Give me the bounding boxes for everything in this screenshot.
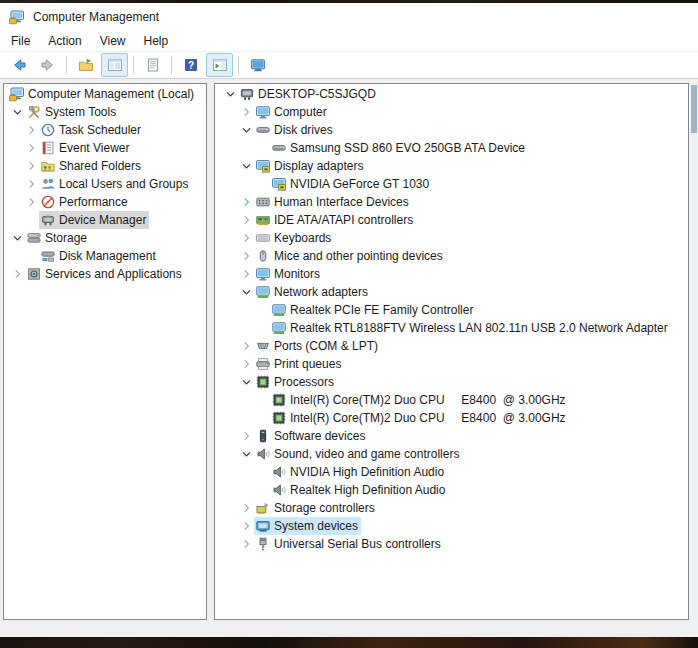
toolbar-show-action-pane-button[interactable]	[206, 53, 233, 77]
chevron-right-icon[interactable]	[24, 158, 39, 174]
chevron-down-icon[interactable]	[239, 284, 254, 300]
tree-item-label: Monitors	[274, 265, 320, 283]
tree-item-monitors[interactable]: Monitors	[215, 265, 688, 283]
chevron-right-icon[interactable]	[239, 428, 254, 444]
chevron-right-icon[interactable]	[239, 266, 254, 282]
chevron-right-icon[interactable]	[24, 176, 39, 192]
tree-item-label: Print queues	[274, 355, 341, 373]
chevron-right-icon[interactable]	[239, 230, 254, 246]
chevron-right-icon[interactable]	[239, 212, 254, 228]
chevron-down-icon[interactable]	[239, 122, 254, 138]
chevron-spacer	[255, 302, 270, 318]
tree-item-task-scheduler[interactable]: Task Scheduler	[4, 121, 206, 139]
tree-item-services-and-applications[interactable]: Services and Applications	[4, 265, 206, 283]
disk-drive-icon	[271, 140, 287, 156]
tree-item-universal-serial-bus-controllers[interactable]: Universal Serial Bus controllers	[215, 535, 688, 553]
chevron-right-icon[interactable]	[239, 518, 254, 534]
tree-item-desktop-c5sjgqd[interactable]: DESKTOP-C5SJGQD	[215, 85, 688, 103]
chevron-right-icon[interactable]	[239, 194, 254, 210]
tree-item-event-viewer[interactable]: Event Viewer	[4, 139, 206, 157]
chevron-down-icon[interactable]	[223, 86, 238, 102]
toolbar-back-arrow-button[interactable]	[5, 53, 32, 77]
tree-item-label: Processors	[274, 373, 334, 391]
tree-item-intel-r-core-tm-2-duo-cpu-e8400-3-00ghz[interactable]: Intel(R) Core(TM)2 Duo CPU E8400 @ 3.00G…	[215, 391, 688, 409]
tree-item-system-tools[interactable]: System Tools	[4, 103, 206, 121]
computer-monitor-icon	[255, 266, 271, 282]
console-tree: Computer Management (Local)System ToolsT…	[4, 84, 206, 283]
tree-item-human-interface-devices[interactable]: Human Interface Devices	[215, 193, 688, 211]
chevron-right-icon[interactable]	[24, 194, 39, 210]
tree-item-system-devices[interactable]: System devices	[215, 517, 688, 535]
tree-item-processors[interactable]: Processors	[215, 373, 688, 391]
tree-item-mice-and-other-pointing-devices[interactable]: Mice and other pointing devices	[215, 247, 688, 265]
tree-item-ports-com-lpt[interactable]: Ports (COM & LPT)	[215, 337, 688, 355]
tree-item-realtek-pcie-fe-family-controller[interactable]: Realtek PCIe FE Family Controller	[215, 301, 688, 319]
toolbar-show-console-tree-button[interactable]	[101, 53, 128, 77]
tree-item-disk-drives[interactable]: Disk drives	[215, 121, 688, 139]
tree-item-ide-ata-atapi-controllers[interactable]: IDE ATA/ATAPI controllers	[215, 211, 688, 229]
tree-item-label: System devices	[274, 517, 358, 535]
tree-item-nvidia-geforce-gt-1030[interactable]: NVIDIA GeForce GT 1030	[215, 175, 688, 193]
tree-item-samsung-ssd-860-evo-250gb-ata-device[interactable]: Samsung SSD 860 EVO 250GB ATA Device	[215, 139, 688, 157]
tree-item-device-manager[interactable]: Device Manager	[4, 211, 206, 229]
back-arrow-icon	[11, 57, 27, 73]
toolbar-properties-button[interactable]	[139, 53, 166, 77]
vertical-scrollbar[interactable]	[690, 83, 698, 620]
tree-item-label: Storage	[45, 229, 87, 247]
tree-item-local-users-and-groups[interactable]: Local Users and Groups	[4, 175, 206, 193]
forward-arrow-icon	[40, 57, 56, 73]
tree-item-disk-management[interactable]: Disk Management	[4, 247, 206, 265]
menu-file[interactable]: File	[2, 32, 39, 50]
tree-item-sound-video-and-game-controllers[interactable]: Sound, video and game controllers	[215, 445, 688, 463]
menu-action[interactable]: Action	[39, 32, 90, 50]
chevron-right-icon[interactable]	[24, 122, 39, 138]
toolbar: ?	[0, 52, 698, 79]
tree-item-performance[interactable]: Performance	[4, 193, 206, 211]
tree-item-nvidia-high-definition-audio[interactable]: NVIDIA High Definition Audio	[215, 463, 688, 481]
tree-item-storage-controllers[interactable]: Storage controllers	[215, 499, 688, 517]
chevron-down-icon[interactable]	[239, 158, 254, 174]
chevron-right-icon[interactable]	[10, 266, 25, 282]
scrollbar-thumb[interactable]	[691, 85, 697, 133]
chevron-down-icon[interactable]	[239, 446, 254, 462]
chevron-right-icon[interactable]	[24, 140, 39, 156]
speaker-icon	[255, 446, 271, 462]
tree-item-network-adapters[interactable]: Network adapters	[215, 283, 688, 301]
toolbar-forward-arrow-button[interactable]	[34, 53, 61, 77]
network-adapter-icon	[271, 302, 287, 318]
toolbar-help-button[interactable]: ?	[177, 53, 204, 77]
chevron-right-icon[interactable]	[239, 356, 254, 372]
chevron-down-icon[interactable]	[239, 374, 254, 390]
toolbar-export-list-button[interactable]	[72, 53, 99, 77]
toolbar-remote-control-button[interactable]	[244, 53, 271, 77]
tree-item-intel-r-core-tm-2-duo-cpu-e8400-3-00ghz[interactable]: Intel(R) Core(TM)2 Duo CPU E8400 @ 3.00G…	[215, 409, 688, 427]
tree-item-computer-management-local[interactable]: Computer Management (Local)	[4, 85, 206, 103]
tree-item-software-devices[interactable]: Software devices	[215, 427, 688, 445]
chevron-right-icon[interactable]	[239, 500, 254, 516]
window-title: Computer Management	[33, 10, 159, 24]
tree-item-computer[interactable]: Computer	[215, 103, 688, 121]
menu-view[interactable]: View	[91, 32, 135, 50]
chevron-down-icon[interactable]	[10, 104, 25, 120]
title-bar[interactable]: Computer Management	[0, 3, 698, 30]
tree-item-storage[interactable]: Storage	[4, 229, 206, 247]
tree-item-realtek-rtl8188ftv-wireless-lan-802-11n-usb-2-0-network-adapter[interactable]: Realtek RTL8188FTV Wireless LAN 802.11n …	[215, 319, 688, 337]
task-scheduler-icon	[40, 122, 56, 138]
chevron-right-icon[interactable]	[239, 248, 254, 264]
console-tree-pane[interactable]: Computer Management (Local)System ToolsT…	[3, 83, 207, 620]
chevron-right-icon[interactable]	[239, 104, 254, 120]
menu-help[interactable]: Help	[135, 32, 178, 50]
tree-item-realtek-high-definition-audio[interactable]: Realtek High Definition Audio	[215, 481, 688, 499]
device-tree-pane[interactable]: DESKTOP-C5SJGQDComputerDisk drivesSamsun…	[214, 83, 689, 620]
chevron-right-icon[interactable]	[239, 536, 254, 552]
chevron-right-icon[interactable]	[239, 338, 254, 354]
tree-item-print-queues[interactable]: Print queues	[215, 355, 688, 373]
tree-item-shared-folders[interactable]: Shared Folders	[4, 157, 206, 175]
tree-item-label: Universal Serial Bus controllers	[274, 535, 441, 553]
chevron-down-icon[interactable]	[10, 230, 25, 246]
tree-item-label: Software devices	[274, 427, 365, 445]
tree-item-label: NVIDIA GeForce GT 1030	[290, 175, 429, 193]
tree-item-label: Realtek PCIe FE Family Controller	[290, 301, 473, 319]
tree-item-keyboards[interactable]: Keyboards	[215, 229, 688, 247]
tree-item-display-adapters[interactable]: Display adapters	[215, 157, 688, 175]
